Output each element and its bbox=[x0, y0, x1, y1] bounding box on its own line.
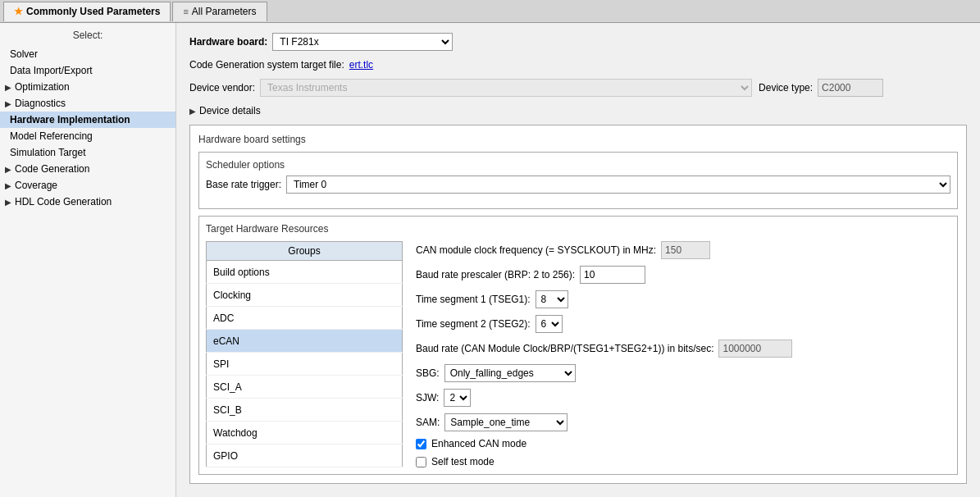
group-item-sci_b[interactable]: SCI_B bbox=[207, 399, 403, 422]
star-icon: ★ bbox=[14, 6, 23, 17]
sidebar-item-optimization[interactable]: ▶ Optimization bbox=[0, 79, 175, 95]
tseg1-label: Time segment 1 (TSEG1): bbox=[416, 294, 531, 305]
can-clock-label: CAN module clock frequency (= SYSCLKOUT)… bbox=[416, 244, 656, 256]
hw-board-label: Hardware board: bbox=[189, 36, 267, 48]
arrow-icon: ▶ bbox=[5, 83, 11, 92]
self-test-checkbox[interactable] bbox=[416, 457, 426, 467]
hw-board-settings-title: Hardware board settings bbox=[198, 134, 958, 145]
scheduler-box: Scheduler options Base rate trigger: Tim… bbox=[198, 152, 958, 209]
baud-prescaler-row: Baud rate prescaler (BRP: 2 to 256): bbox=[416, 266, 950, 284]
baud-prescaler-label: Baud rate prescaler (BRP: 2 to 256): bbox=[416, 269, 575, 280]
enhanced-can-label: Enhanced CAN mode bbox=[431, 438, 526, 449]
tab-all-parameters[interactable]: ≡ All Parameters bbox=[172, 2, 267, 21]
group-item-gpio[interactable]: GPIO bbox=[207, 445, 403, 467]
baud-rate-label: Baud rate (CAN Module Clock/BRP/(TSEG1+T… bbox=[416, 343, 713, 354]
code-gen-row: Code Generation system target file: ert.… bbox=[189, 59, 967, 71]
group-item-ecan[interactable]: eCAN bbox=[207, 330, 403, 353]
tabs-bar: ★ Commonly Used Parameters ≡ All Paramet… bbox=[0, 0, 980, 23]
enhanced-can-row: Enhanced CAN mode bbox=[416, 438, 950, 449]
arrow-icon: ▶ bbox=[5, 99, 11, 108]
sidebar-item-hdl-code-gen[interactable]: ▶ HDL Code Generation bbox=[0, 194, 175, 210]
groups-header: Groups bbox=[207, 242, 403, 261]
enhanced-can-checkbox[interactable] bbox=[416, 439, 426, 449]
arrow-icon: ▶ bbox=[5, 165, 11, 174]
groups-table: Groups Build optionsClockingADCeCANSPISC… bbox=[206, 241, 403, 467]
tseg2-label: Time segment 2 (TSEG2): bbox=[416, 318, 531, 330]
code-gen-link[interactable]: ert.tlc bbox=[349, 59, 373, 71]
group-item-build-options[interactable]: Build options bbox=[207, 261, 403, 284]
group-item-adc[interactable]: ADC bbox=[207, 307, 403, 330]
tseg2-row: Time segment 2 (TSEG2): 6123 4578 bbox=[416, 315, 950, 333]
group-item-watchdog[interactable]: Watchdog bbox=[207, 422, 403, 445]
arrow-icon: ▶ bbox=[5, 181, 11, 190]
device-vendor-row: Device vendor: Texas Instruments Device … bbox=[189, 79, 967, 97]
scheduler-title: Scheduler options bbox=[206, 159, 950, 171]
resources-layout: Groups Build optionsClockingADCeCANSPISC… bbox=[206, 241, 950, 467]
sidebar: Select: Solver Data Import/Export ▶ Opti… bbox=[0, 23, 176, 497]
sbg-label: SBG: bbox=[416, 367, 440, 379]
device-type-label: Device type: bbox=[759, 82, 813, 93]
target-hw-resources-box: Target Hardware Resources Groups Build o… bbox=[198, 216, 958, 475]
sidebar-item-code-generation[interactable]: ▶ Code Generation bbox=[0, 161, 175, 177]
sidebar-item-solver[interactable]: Solver bbox=[0, 46, 175, 62]
tab-commonly-used[interactable]: ★ Commonly Used Parameters bbox=[3, 2, 171, 21]
list-icon: ≡ bbox=[183, 7, 188, 16]
tseg1-row: Time segment 1 (TSEG1): 8123 4567 910111… bbox=[416, 290, 950, 308]
can-clock-input bbox=[661, 241, 710, 259]
sidebar-item-coverage[interactable]: ▶ Coverage bbox=[0, 177, 175, 194]
sidebar-item-diagnostics[interactable]: ▶ Diagnostics bbox=[0, 95, 175, 112]
tseg2-select[interactable]: 6123 4578 bbox=[536, 315, 563, 333]
self-test-label: Self test mode bbox=[431, 456, 495, 467]
group-item-spi[interactable]: SPI bbox=[207, 353, 403, 376]
code-gen-label: Code Generation system target file: bbox=[189, 59, 344, 71]
sam-row: SAM: Sample_one_time Sample_three_times bbox=[416, 413, 950, 431]
self-test-row: Self test mode bbox=[416, 456, 950, 467]
base-rate-trigger-row: Base rate trigger: Timer 0 bbox=[206, 176, 950, 194]
baud-prescaler-input[interactable] bbox=[580, 266, 645, 284]
sjw-label: SJW: bbox=[416, 392, 439, 404]
hw-board-settings-section: Hardware board settings Scheduler option… bbox=[189, 125, 967, 484]
sidebar-item-simulation-target[interactable]: Simulation Target bbox=[0, 144, 175, 161]
device-vendor-label: Device vendor: bbox=[189, 82, 255, 93]
sbg-row: SBG: Only_falling_edges Both_edges Risin… bbox=[416, 364, 950, 382]
baud-rate-row: Baud rate (CAN Module Clock/BRP/(TSEG1+T… bbox=[416, 340, 950, 358]
sbg-select[interactable]: Only_falling_edges Both_edges Rising_edg… bbox=[444, 364, 576, 382]
hw-board-select[interactable]: TI F281x bbox=[272, 33, 453, 51]
sidebar-item-model-referencing[interactable]: Model Referencing bbox=[0, 128, 175, 144]
device-vendor-select[interactable]: Texas Instruments bbox=[260, 79, 752, 97]
right-panel: CAN module clock frequency (= SYSCLKOUT)… bbox=[416, 241, 950, 467]
content-area: Hardware board: TI F281x Code Generation… bbox=[176, 23, 980, 497]
baud-rate-input bbox=[718, 340, 792, 358]
sidebar-item-data-import-export[interactable]: Data Import/Export bbox=[0, 62, 175, 79]
sjw-row: SJW: 2134 bbox=[416, 389, 950, 407]
tseg1-select[interactable]: 8123 4567 9101112 13141516 bbox=[536, 290, 568, 308]
sjw-select[interactable]: 2134 bbox=[444, 389, 471, 407]
sam-select[interactable]: Sample_one_time Sample_three_times bbox=[444, 413, 567, 431]
can-clock-row: CAN module clock frequency (= SYSCLKOUT)… bbox=[416, 241, 950, 259]
sidebar-item-hardware-impl[interactable]: Hardware Implementation bbox=[0, 112, 175, 128]
sidebar-select-label: Select: bbox=[0, 30, 175, 41]
target-hw-title: Target Hardware Resources bbox=[206, 223, 950, 235]
hw-board-row: Hardware board: TI F281x bbox=[189, 33, 967, 51]
device-type-input bbox=[818, 79, 883, 97]
arrow-icon: ▶ bbox=[5, 198, 11, 207]
group-item-clocking[interactable]: Clocking bbox=[207, 284, 403, 307]
device-details-label: Device details bbox=[199, 105, 261, 116]
device-details-row[interactable]: ▶ Device details bbox=[189, 105, 967, 116]
sam-label: SAM: bbox=[416, 417, 440, 428]
base-rate-trigger-label: Base rate trigger: bbox=[206, 179, 281, 190]
base-rate-trigger-select[interactable]: Timer 0 bbox=[286, 176, 950, 194]
device-details-arrow-icon: ▶ bbox=[189, 107, 196, 116]
group-item-sci_a[interactable]: SCI_A bbox=[207, 376, 403, 399]
main-layout: Select: Solver Data Import/Export ▶ Opti… bbox=[0, 23, 980, 497]
